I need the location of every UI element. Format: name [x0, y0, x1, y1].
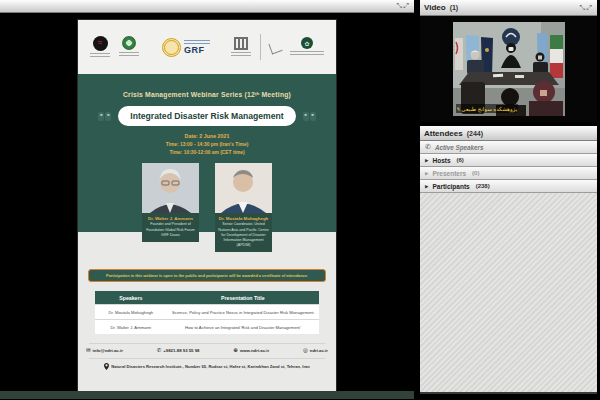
- instagram-icon: ◎: [303, 348, 308, 354]
- video-pod-title: Video: [424, 3, 446, 12]
- partner-sketch-logo: [270, 42, 281, 53]
- contact-row: ✉ info@ndri.ac.ir ✆ +9821-88 93 55 98 ⊕ …: [86, 348, 328, 354]
- group-count: (6): [457, 157, 464, 163]
- group-count: (0): [472, 170, 479, 176]
- chevron-right-icon[interactable]: ▶: [425, 171, 428, 176]
- contact-instagram: ◎ ndri.ac.ir: [303, 348, 328, 354]
- speaker-photo-ammann: [142, 163, 199, 213]
- chevron-right-icon[interactable]: ▶: [425, 158, 428, 163]
- speaker-name: Dr. Walter J. Ammann: [144, 216, 197, 221]
- main-title: Integrated Disaster Risk Management: [118, 106, 295, 126]
- speaker-namebox: Dr. Mostafa Mohaghegh Senior Coordinator…: [215, 213, 272, 253]
- speaker-card-ammann: Dr. Walter J. Ammann Founder and Preside…: [142, 163, 199, 253]
- date-line: Date: 2 June 2021: [166, 132, 249, 141]
- schedule-table: Speakers Presentation Title Dr. Mostafa …: [95, 291, 319, 334]
- partner-green-logo: ✿: [290, 37, 324, 57]
- date-time-block: Date: 2 June 2021 Time: 13:00 - 14:30 pm…: [166, 132, 249, 157]
- logo-caption-lines: [119, 52, 139, 58]
- quote-tile: ❞: [310, 112, 316, 121]
- logo-caption-lines: [290, 51, 324, 57]
- grf-logo-text: GRF: [184, 45, 210, 55]
- globe-icon: ⊕: [233, 348, 238, 354]
- video-pod-body: پژوهشکده سوانح طبیعی ۹: [420, 16, 597, 122]
- attendee-group-participants[interactable]: ▶ Participants (238): [420, 180, 597, 193]
- col-header-speakers: Speakers: [95, 291, 167, 305]
- col-header-presentation: Presentation Title: [167, 291, 319, 305]
- email-icon: ✉: [86, 348, 91, 354]
- grf-logo-icon: [162, 38, 181, 57]
- logo-caption-lines: [90, 53, 110, 59]
- address-row: Natural Disasters Research Institute., N…: [84, 363, 330, 370]
- speaker-namebox: Dr. Walter J. Ammann Founder and Preside…: [142, 213, 199, 242]
- poster-logo-strip: ≈ GRF ✿: [78, 20, 336, 74]
- phone-icon: ✆: [157, 348, 162, 354]
- video-pod-count: (1): [450, 4, 459, 11]
- green-logo-icon: ✿: [301, 37, 313, 49]
- share-pod-header[interactable]: ⤡⤢: [0, 0, 414, 13]
- quote-tile: ❞: [105, 112, 111, 121]
- cell-title: Science, Policy and Practice Nexus in In…: [167, 305, 319, 320]
- group-label: Hosts: [432, 157, 450, 164]
- cell-title: How to Achieve an Integrated 'Risk and D…: [167, 320, 319, 335]
- contact-website-text: www.ndri.ac.ir: [240, 348, 269, 353]
- sketch-logo-icon: [268, 40, 282, 54]
- unesco-temple-icon: [234, 37, 248, 50]
- footer-separator: [89, 343, 325, 344]
- group-count: (238): [476, 183, 490, 189]
- unesco-logo: [231, 37, 251, 58]
- series-title: Crisis Management Webinar Series (12ᵗʰ M…: [123, 91, 291, 98]
- attendee-group-presenters[interactable]: ▶ Presenters (0): [420, 167, 597, 180]
- table-row: Dr. Mostafa Mohaghegh Science, Policy an…: [95, 305, 319, 320]
- cell-speaker: Dr. Walter J. Ammann: [95, 320, 167, 335]
- attendees-pod-count: (244): [467, 130, 483, 137]
- table-row: Dr. Walter J. Ammann How to Achieve an I…: [95, 320, 319, 335]
- contact-website: ⊕ www.ndri.ac.ir: [233, 348, 269, 354]
- contact-email-text: info@ndri.ac.ir: [93, 348, 123, 353]
- maximize-icon[interactable]: ⤡⤢: [580, 4, 593, 12]
- speaker-name: Dr. Mostafa Mohaghegh: [217, 216, 270, 221]
- ndri-logo: ≈: [90, 36, 110, 59]
- attendee-group-hosts[interactable]: ▶ Hosts (6): [420, 154, 597, 167]
- main-title-row: ❞ ❞ Integrated Disaster Risk Management …: [98, 106, 315, 126]
- active-speakers-row[interactable]: ✆ Active Speakers: [420, 141, 597, 154]
- attendees-empty-area: [420, 193, 597, 394]
- footer-separator: [89, 358, 325, 359]
- contact-email: ✉ info@ndri.ac.ir: [86, 348, 123, 354]
- group-label: Presenters: [432, 170, 466, 177]
- time-line-cet: Time: 10:30-12:00 am (CET time): [166, 149, 249, 157]
- address-text: Natural Disasters Research Institute., N…: [111, 364, 310, 369]
- shared-poster-document: ≈ GRF ✿ Natural Disasters Researc: [78, 20, 336, 391]
- unesco-chair-logo-icon: [122, 36, 136, 50]
- ndri-logo-icon: ≈: [93, 36, 108, 51]
- video-caption: پژوهشکده سوانح طبیعی ۹: [456, 106, 517, 113]
- group-label: Participants: [432, 183, 469, 190]
- quote-tile: ❞: [303, 112, 309, 121]
- poster-lower-section: Participation in this webinar is open to…: [78, 232, 336, 391]
- contact-instagram-text: ndri.ac.ir: [310, 348, 328, 353]
- quote-icon: ❞ ❞: [98, 112, 111, 121]
- logo-divider: [260, 34, 261, 60]
- video-feed: پژوهشکده سوانح طبیعی ۹: [453, 22, 565, 116]
- unesco-chair-logo: [119, 36, 139, 58]
- contact-phone: ✆ +9821-88 93 55 98: [157, 348, 200, 354]
- maximize-icon[interactable]: ⤡⤢: [397, 2, 410, 10]
- chevron-right-icon[interactable]: ▶: [425, 184, 428, 189]
- speakers-row: Dr. Walter J. Ammann Founder and Preside…: [142, 163, 272, 253]
- logo-caption-lines: [231, 52, 251, 58]
- speaker-title: Senior Coordinator, United Nations Asia …: [217, 222, 270, 248]
- grf-logo: GRF: [162, 38, 210, 57]
- quote-icon: ❞ ❞: [303, 112, 316, 121]
- time-line-iran: Time: 13:00 - 14:30 pm (Iran's Time): [166, 141, 249, 149]
- contact-phone-text: +9821-88 93 55 98: [163, 348, 199, 353]
- quote-tile: ❞: [98, 112, 104, 121]
- active-speakers-label: Active Speakers: [435, 144, 484, 151]
- attendees-pod-header[interactable]: Attendees (244): [420, 126, 597, 141]
- speaker-photo-mohaghegh: [215, 163, 272, 213]
- speaker-card-mohaghegh: Dr. Mostafa Mohaghegh Senior Coordinator…: [215, 163, 272, 253]
- share-pod-bottom-bar: [0, 391, 414, 399]
- cell-speaker: Dr. Mostafa Mohaghegh: [95, 305, 167, 320]
- map-pin-icon: [104, 363, 109, 370]
- active-speaker-phone-icon: ✆: [425, 143, 431, 151]
- video-pod-header[interactable]: Video (1) ⤡⤢: [420, 0, 597, 16]
- participation-notice: Participation in this webinar is open to…: [88, 269, 326, 282]
